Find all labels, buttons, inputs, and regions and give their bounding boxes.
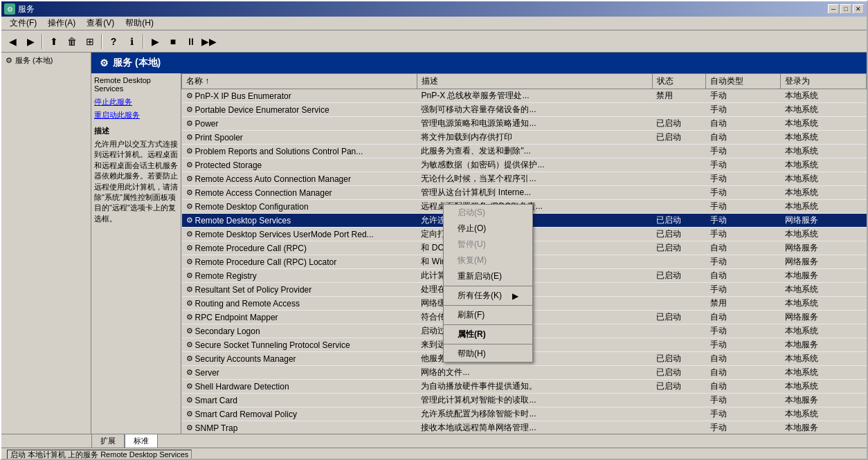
service-name-text: Security Accounts Manager (195, 354, 296, 364)
tab-bar: 扩展 标准 (1, 434, 867, 448)
service-name-cell: ⚙Remote Access Auto Connection Manager (182, 172, 417, 186)
table-row[interactable]: ⚙SNMP Trap接收本地或远程简单网络管理...手动本地服务 (182, 421, 867, 434)
stop-button[interactable]: ■ (165, 33, 181, 50)
service-desc-cell: PnP-X 总线枚举服务管理处... (417, 89, 652, 103)
pause-button[interactable]: ⏸ (183, 33, 199, 50)
service-name-text: Remote Access Connection Manager (195, 188, 332, 198)
tab-standard[interactable]: 标准 (125, 434, 158, 448)
ctx-sep-3 (444, 324, 532, 325)
col-status[interactable]: 状态 (652, 74, 705, 89)
ctx-help[interactable]: 帮助(H) (444, 346, 532, 362)
nav-icon: ⚙ (6, 56, 12, 65)
service-desc-cell: 将文件加载到内存供打印 (417, 131, 652, 145)
service-desc-cell: 此服务为查看、发送和删除"... (417, 145, 652, 158)
description-text: 允许用户以交互方式连接到远程计算机。远程桌面和远程桌面会话主机服务器依赖此服务。… (94, 139, 178, 224)
help-button[interactable]: ? (105, 33, 122, 50)
service-name-cell: ⚙Remote Access Connection Manager (182, 186, 417, 200)
title-bar-buttons: ─ □ ✕ (828, 4, 864, 14)
service-login-cell: 本地系统 (781, 89, 867, 103)
service-login-cell: 本地服务 (781, 421, 867, 434)
ctx-all-tasks[interactable]: 所有任务(K) ▶ (444, 288, 532, 304)
service-startup-cell: 手动 (706, 338, 781, 352)
service-startup-cell: 手动 (706, 186, 781, 200)
service-icon: ⚙ (186, 410, 193, 418)
menu-bar: 文件(F) 操作(A) 查看(V) 帮助(H) (1, 17, 867, 30)
col-startup[interactable]: 自动类型 (706, 74, 781, 89)
service-desc-cell: 为敏感数据（如密码）提供保护... (417, 158, 652, 172)
service-icon: ⚙ (186, 91, 193, 100)
service-name-cell: ⚙SNMP Trap (182, 421, 417, 434)
service-login-cell: 本地系统 (781, 366, 867, 380)
ctx-stop[interactable]: 停止(O) (444, 221, 532, 237)
service-login-cell: 本地系统 (781, 172, 867, 186)
service-login-cell: 网络服务 (781, 255, 867, 269)
show-hide-button[interactable]: 🗑 (64, 33, 80, 50)
run-button[interactable]: ▶ (147, 33, 163, 50)
table-row[interactable]: ⚙Shell Hardware Detection为自动播放硬件事件提供通知。已… (182, 380, 867, 394)
service-startup-cell: 自动 (706, 241, 781, 255)
service-desc-cell: 网络的文件... (417, 366, 652, 380)
table-row[interactable]: ⚙Power管理电源策略和电源策略通知...已启动自动本地系统 (182, 117, 867, 131)
service-name-text: SNMP Trap (195, 423, 238, 433)
service-status-cell (652, 324, 705, 338)
forward-button[interactable]: ▶ (22, 33, 39, 50)
ctx-pause[interactable]: 暂停(U) (444, 237, 532, 252)
ctx-start[interactable]: 启动(S) (444, 205, 532, 221)
ctx-resume[interactable]: 恢复(M) (444, 252, 532, 268)
service-startup-cell: 自动 (706, 380, 781, 394)
service-icon: ⚙ (186, 133, 193, 142)
minimize-button[interactable]: ─ (828, 4, 839, 14)
info-button[interactable]: ℹ (123, 33, 140, 50)
tab-extended[interactable]: 扩展 (91, 434, 125, 448)
toolbar-separator-1 (42, 34, 43, 49)
service-status-cell (652, 158, 705, 172)
service-icon: ⚙ (186, 423, 193, 432)
menu-help[interactable]: 帮助(H) (120, 16, 159, 30)
table-row[interactable]: ⚙Portable Device Enumerator Service强制可移动… (182, 103, 867, 117)
table-row[interactable]: ⚙Server网络的文件...已启动自动本地系统 (182, 366, 867, 380)
service-name-text: Problem Reports and Solutions Control Pa… (195, 147, 363, 156)
service-status-cell: 已启动 (652, 352, 705, 366)
table-row[interactable]: ⚙Remote Access Connection Manager管理从这台计算… (182, 186, 867, 200)
resume-button[interactable]: ▶▶ (201, 33, 217, 50)
service-name-text: Remote Registry (195, 271, 257, 281)
service-login-cell: 本地系统 (781, 103, 867, 117)
col-desc[interactable]: 描述 (417, 74, 652, 89)
menu-action[interactable]: 操作(A) (42, 16, 81, 30)
up-button[interactable]: ⬆ (46, 33, 62, 50)
tree-button[interactable]: ⊞ (82, 33, 98, 50)
service-login-cell: 本地系统 (781, 131, 867, 145)
service-startup-cell: 自动 (706, 269, 781, 283)
content-header: ⚙ 服务 (本地) (91, 53, 867, 73)
service-name-text: Remote Desktop Configuration (195, 202, 309, 212)
table-row[interactable]: ⚙Protected Storage为敏感数据（如密码）提供保护...手动本地系… (182, 158, 867, 172)
service-name-text: Protected Storage (195, 160, 262, 170)
restart-service-link[interactable]: 重启动此服务 (94, 110, 178, 120)
service-icon: ⚙ (186, 230, 193, 239)
service-name-cell: ⚙Remote Procedure Call (RPC) (182, 241, 417, 255)
col-name[interactable]: 名称 ↑ (182, 74, 417, 89)
ctx-all-tasks-arrow: ▶ (512, 291, 518, 301)
table-row[interactable]: ⚙Smart Card Removal Policy允许系统配置为移除智能卡时.… (182, 407, 867, 421)
close-button[interactable]: ✕ (853, 4, 864, 14)
back-button[interactable]: ◀ (4, 33, 21, 50)
table-row[interactable]: ⚙Print Spooler将文件加载到内存供打印已启动自动本地系统 (182, 131, 867, 145)
menu-view[interactable]: 查看(V) (81, 16, 120, 30)
service-startup-cell: 手动 (706, 255, 781, 269)
table-row[interactable]: ⚙Problem Reports and Solutions Control P… (182, 145, 867, 158)
ctx-refresh[interactable]: 刷新(F) (444, 307, 532, 323)
service-status-cell (652, 103, 705, 117)
menu-file[interactable]: 文件(F) (4, 16, 42, 30)
col-login[interactable]: 登录为 (781, 74, 867, 89)
table-row[interactable]: ⚙PnP-X IP Bus EnumeratorPnP-X 总线枚举服务管理处.… (182, 89, 867, 103)
table-row[interactable]: ⚙Remote Access Auto Connection Manager无论… (182, 172, 867, 186)
service-login-cell: 网络服务 (781, 241, 867, 255)
ctx-restart[interactable]: 重新启动(E) (444, 268, 532, 284)
ctx-properties[interactable]: 属性(R) (444, 326, 532, 342)
stop-service-link[interactable]: 停止此服务 (94, 97, 178, 107)
service-startup-cell: 手动 (706, 394, 781, 407)
service-status-cell (652, 394, 705, 407)
maximize-button[interactable]: □ (840, 4, 851, 14)
table-row[interactable]: ⚙Smart Card管理此计算机对智能卡的读取...手动本地服务 (182, 394, 867, 407)
service-icon: ⚙ (186, 326, 193, 335)
